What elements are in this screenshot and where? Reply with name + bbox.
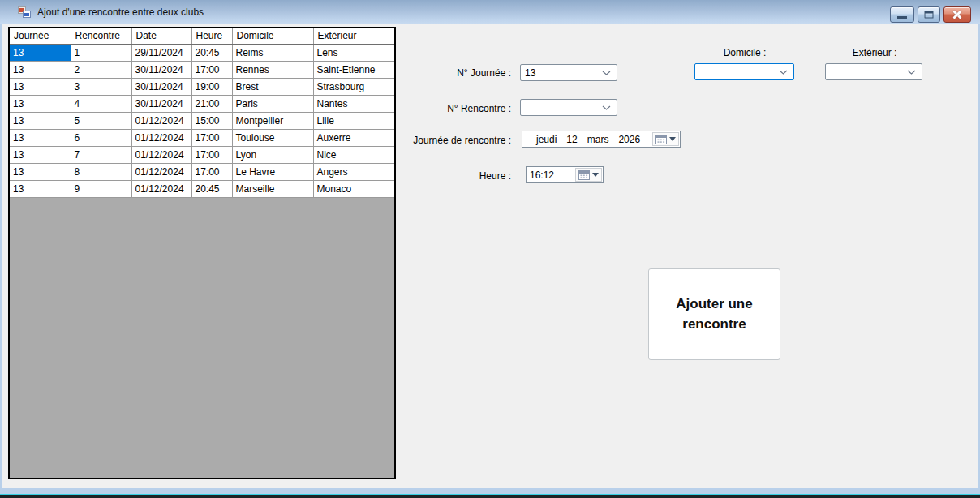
grid-cell[interactable]: 30/11/2024 [131, 61, 191, 78]
dropdown-arrow-icon [669, 137, 676, 141]
grid-cell[interactable]: 30/11/2024 [131, 95, 191, 112]
grid-cell[interactable]: Montpellier [232, 112, 313, 129]
window-title: Ajout d'une rencontre entre deux clubs [37, 6, 204, 18]
grid-cell[interactable]: 13 [10, 44, 71, 61]
column-header[interactable]: Heure [191, 28, 232, 44]
table-row: 13801/12/202417:00Le HavreAngers [10, 163, 394, 180]
date-picker[interactable]: jeudi 12 mars 2026 [522, 131, 681, 148]
grid-cell[interactable]: Nice [313, 146, 394, 163]
app-icon-blue-fill [24, 13, 29, 16]
journee-combobox-value: 13 [521, 67, 602, 79]
grid-cell[interactable]: 4 [71, 95, 131, 112]
grid-cell[interactable]: Reims [232, 44, 313, 61]
grid-cell[interactable]: Strasbourg [313, 78, 394, 95]
grid-cell[interactable]: 8 [71, 163, 131, 180]
exterieur-label: Extèrieur : [824, 47, 925, 58]
domicile-combobox[interactable] [694, 63, 794, 80]
maximize-icon [925, 11, 934, 19]
minimize-button[interactable] [890, 6, 914, 23]
grid-cell[interactable]: 15:00 [191, 112, 232, 129]
exterieur-combobox[interactable] [825, 63, 922, 80]
grid-cell[interactable]: 7 [71, 146, 131, 163]
heure-value[interactable]: 16:12 [530, 170, 554, 181]
column-header[interactable]: Date [131, 28, 191, 44]
grid-cell[interactable]: 2 [71, 61, 131, 78]
dropdown-arrow-icon [592, 173, 599, 177]
app-window: Ajout d'une rencontre entre deux clubs J… [0, 0, 980, 498]
table-row: 13501/12/202415:00MontpellierLille [10, 112, 394, 129]
column-header[interactable]: Domicile [232, 28, 313, 44]
winforms-form-icon [18, 6, 31, 19]
table-row: 13230/11/202417:00RennesSaint-Etienne [10, 61, 394, 78]
grid-cell[interactable]: 19:00 [191, 78, 232, 95]
grid-cell[interactable]: 1 [71, 44, 131, 61]
column-header[interactable]: Rencontre [71, 28, 131, 44]
grid-cell[interactable]: 3 [71, 78, 131, 95]
grid-cell[interactable]: 13 [10, 129, 71, 146]
grid-cell[interactable]: 13 [10, 78, 71, 95]
grid-cell[interactable]: Lille [313, 112, 394, 129]
grid-cell[interactable]: 21:00 [191, 95, 232, 112]
chevron-down-icon [602, 71, 611, 75]
chevron-down-icon [779, 70, 788, 75]
table-row: 13129/11/202420:45ReimsLens [10, 44, 394, 61]
grid-cell[interactable]: 01/12/2024 [131, 146, 191, 163]
grid-cell[interactable]: Brest [232, 78, 313, 95]
table-row: 13330/11/202419:00BrestStrasbourg [10, 78, 394, 95]
calendar-icon [655, 134, 667, 144]
grid-cell[interactable]: 13 [10, 146, 71, 163]
matches-grid[interactable]: JournéeRencontreDateHeureDomicileExtèrie… [8, 27, 396, 479]
grid-cell[interactable]: 9 [71, 180, 131, 197]
grid-cell[interactable]: Marseille [232, 180, 313, 197]
calendar-icon [578, 170, 590, 180]
grid-cell[interactable]: 29/11/2024 [131, 44, 191, 61]
grid-cell[interactable]: 30/11/2024 [131, 78, 191, 95]
desktop-strip [0, 494, 980, 498]
grid-cell[interactable]: Le Havre [232, 163, 313, 180]
caption-buttons [890, 6, 971, 23]
date-picker-dropdown-button[interactable] [652, 132, 679, 146]
close-button[interactable] [943, 6, 971, 23]
grid-cell[interactable]: 20:45 [191, 44, 232, 61]
ajouter-rencontre-button[interactable]: Ajouter une rencontre [648, 268, 780, 360]
grid-header-row: JournéeRencontreDateHeureDomicileExtèrie… [10, 28, 394, 44]
grid-cell[interactable]: 01/12/2024 [131, 129, 191, 146]
grid-cell[interactable]: 01/12/2024 [131, 180, 191, 197]
grid-cell[interactable]: 20:45 [191, 180, 232, 197]
heure-picker-dropdown-button[interactable] [575, 168, 602, 182]
minimize-icon [897, 16, 907, 19]
grid-cell[interactable]: Toulouse [232, 129, 313, 146]
grid-cell[interactable]: 5 [71, 112, 131, 129]
journee-combobox[interactable]: 13 [520, 64, 617, 81]
grid-cell[interactable]: Monaco [313, 180, 394, 197]
grid-cell[interactable]: Paris [232, 95, 313, 112]
grid-cell[interactable]: Rennes [232, 61, 313, 78]
grid-cell[interactable]: 6 [71, 129, 131, 146]
grid-cell[interactable]: 13 [10, 95, 71, 112]
grid-cell[interactable]: 01/12/2024 [131, 163, 191, 180]
table-row: 13430/11/202421:00ParisNantes [10, 95, 394, 112]
grid-cell[interactable]: Lens [313, 44, 394, 61]
titlebar[interactable]: Ajout d'une rencontre entre deux clubs [0, 0, 980, 24]
column-header[interactable]: Extèrieur [313, 28, 394, 44]
date-day-name[interactable]: jeudi [536, 134, 557, 145]
date-year[interactable]: 2026 [618, 134, 640, 145]
grid-cell[interactable]: 17:00 [191, 146, 232, 163]
heure-picker[interactable]: 16:12 [526, 166, 604, 183]
column-header[interactable]: Journée [10, 28, 71, 44]
grid-cell[interactable]: 01/12/2024 [131, 112, 191, 129]
grid-cell[interactable]: 13 [10, 112, 71, 129]
maximize-button[interactable] [918, 6, 940, 23]
grid-cell[interactable]: 13 [10, 180, 71, 197]
grid-cell[interactable]: 17:00 [191, 163, 232, 180]
date-day[interactable]: 12 [566, 134, 577, 145]
rencontre-combobox[interactable] [520, 99, 617, 116]
date-month[interactable]: mars [587, 134, 609, 145]
grid-cell[interactable]: Lyon [232, 146, 313, 163]
grid-cell[interactable]: 13 [10, 163, 71, 180]
grid-body: 13129/11/202420:45ReimsLens13230/11/2024… [10, 44, 394, 197]
grid-cell[interactable]: 13 [10, 61, 71, 78]
date-label: Journée de rencontre : [381, 135, 511, 146]
grid-cell[interactable]: 17:00 [191, 61, 232, 78]
grid-cell[interactable]: 17:00 [191, 129, 232, 146]
